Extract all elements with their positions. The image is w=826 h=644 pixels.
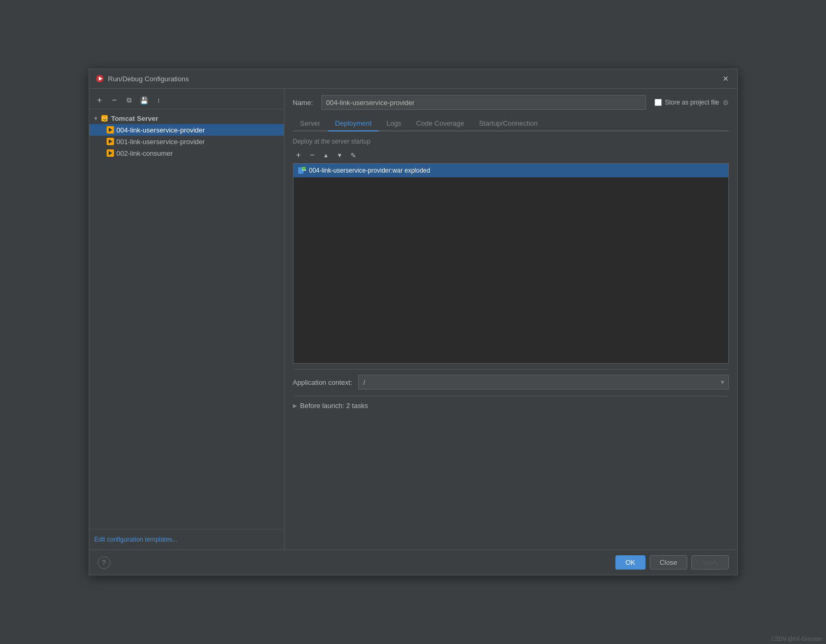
sidebar-tree: ▼ 🐱 Tomcat Server [89,109,284,529]
store-project-row: Store as project file ⚙ [654,99,729,107]
sidebar: + − ⧉ 💾 ↕ ▼ 🐱 Tomcat Server [89,89,284,550]
main-content: + − ⧉ 💾 ↕ ▼ 🐱 Tomcat Server [89,89,737,550]
store-project-checkbox[interactable] [654,99,662,106]
app-context-row: Application context: ▼ [293,369,729,390]
remove-config-button[interactable]: − [108,94,121,107]
tab-deployment[interactable]: Deployment [328,116,379,131]
before-launch-expand-icon: ▶ [293,403,297,409]
dialog-title: Run/Debug Configurations [108,75,189,83]
footer-left: ? [98,556,611,569]
name-label: Name: [293,99,313,107]
sidebar-item-002-label: 002-link-consumer [117,149,173,157]
name-input[interactable] [321,95,646,110]
deploy-list: war 004-link-userservice-provider:war ex… [293,163,729,364]
add-config-button[interactable]: + [93,94,106,107]
deploy-section-label: Deploy at the server startup [293,138,729,145]
deploy-up-button[interactable]: ▲ [320,149,332,161]
sidebar-item-002[interactable]: 002-link-consumer [89,147,284,159]
svg-text:war: war [302,168,306,172]
tab-logs[interactable]: Logs [379,116,409,131]
watermark: CSDN @KK-Greyson [771,636,822,642]
title-bar: Run/Debug Configurations ✕ [89,69,737,89]
spacer [293,410,729,543]
deploy-down-button[interactable]: ▼ [334,149,346,161]
app-context-input[interactable] [358,375,728,390]
before-launch-label: Before launch: 2 tasks [300,402,368,410]
svg-text:🐱: 🐱 [101,116,108,122]
config-icon-001 [106,137,115,146]
deploy-item-war[interactable]: war 004-link-userservice-provider:war ex… [293,164,728,177]
tab-code-coverage[interactable]: Code Coverage [409,116,471,131]
tab-server[interactable]: Server [293,116,328,131]
tomcat-server-group: ▼ 🐱 Tomcat Server [89,111,284,160]
sidebar-item-004[interactable]: 004-link-userservice-provider [89,124,284,136]
config-icon-002 [106,149,115,157]
tabs-bar: Server Deployment Logs Code Coverage Sta… [293,116,729,131]
right-panel: Name: Store as project file ⚙ Server Dep… [284,89,737,550]
deploy-toolbar: + − ▲ ▼ ✎ [293,149,729,161]
group-expand-icon: ▼ [93,116,99,121]
config-icon-004 [106,126,115,134]
tomcat-server-label: Tomcat Server [111,115,158,122]
app-context-label: Application context: [293,378,353,386]
tab-startup-connection[interactable]: Startup/Connection [471,116,545,131]
tomcat-server-group-header[interactable]: ▼ 🐱 Tomcat Server [89,112,284,124]
store-project-gear-icon: ⚙ [723,99,729,107]
sort-config-button[interactable]: ↕ [153,94,165,107]
close-button[interactable]: Close [650,555,687,570]
before-launch-row[interactable]: ▶ Before launch: 2 tasks [293,396,729,410]
deploy-item-war-label: 004-link-userservice-provider:war explod… [309,167,430,174]
help-button[interactable]: ? [98,556,110,569]
dialog-icon [96,74,104,83]
save-config-button[interactable]: 💾 [138,94,150,107]
ok-button[interactable]: OK [615,555,645,570]
edit-config-templates-link[interactable]: Edit configuration templates... [89,529,284,550]
deploy-edit-button[interactable]: ✎ [348,149,359,161]
store-project-label: Store as project file [665,99,719,106]
dialog-close-button[interactable]: ✕ [720,73,731,84]
apply-button[interactable]: Apply [691,555,729,570]
deploy-add-button[interactable]: + [293,149,305,161]
sidebar-item-001-label: 001-link-userservice-provider [117,138,205,146]
app-context-input-wrap: ▼ [358,375,728,390]
tomcat-icon: 🐱 [100,114,109,122]
sidebar-item-004-label: 004-link-userservice-provider [117,126,205,134]
footer: ? OK Close Apply [89,550,737,575]
name-row: Name: Store as project file ⚙ [293,95,729,110]
run-debug-configurations-dialog: Run/Debug Configurations ✕ + − ⧉ 💾 ↕ ▼ [89,69,738,575]
copy-config-button[interactable]: ⧉ [123,94,136,107]
sidebar-toolbar: + − ⧉ 💾 ↕ [89,92,284,109]
war-exploded-icon: war [298,166,306,175]
deploy-remove-button[interactable]: − [307,149,318,161]
title-bar-left: Run/Debug Configurations [96,74,189,83]
sidebar-item-001[interactable]: 001-link-userservice-provider [89,136,284,147]
